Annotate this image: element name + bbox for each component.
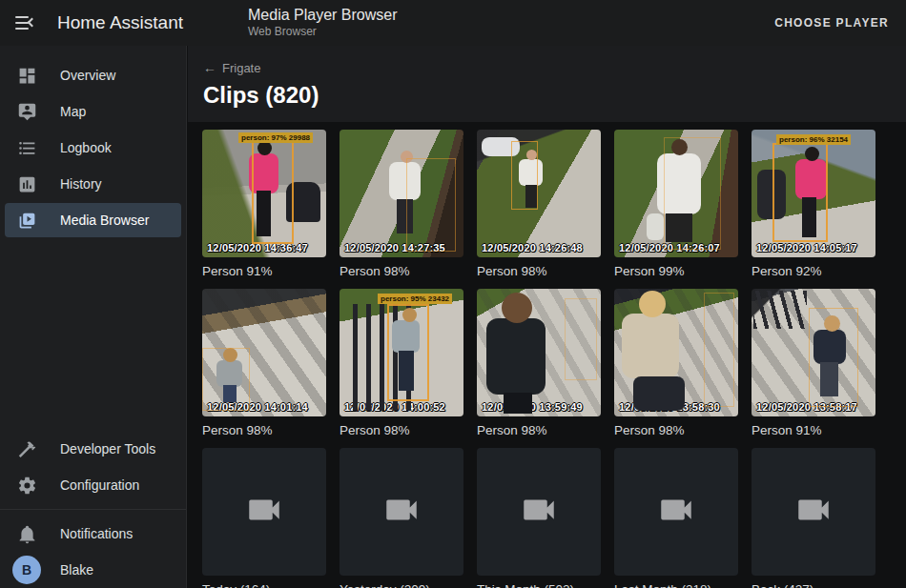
clip-thumbnail: 12/05/2020 14:26:07: [614, 130, 738, 257]
clip-card[interactable]: 12/05/2020 14:01:14 Person 98%: [202, 289, 326, 437]
folder-label: Last Month (318): [614, 582, 738, 588]
sidebar-item-overview[interactable]: Overview: [5, 58, 181, 92]
folder-label: Yesterday (209): [340, 582, 463, 588]
detection-bbox: [772, 143, 828, 242]
clip-caption: Person 98%: [340, 264, 463, 278]
video-camera-icon: [793, 490, 834, 534]
clip-caption: Person 91%: [202, 264, 326, 278]
clip-timestamp: 12/05/2020 14:26:48: [482, 242, 583, 253]
avatar: B: [12, 556, 41, 584]
clip-card[interactable]: 12/05/2020 14:27:35 Person 98%: [340, 130, 463, 278]
content-header: ← Frigate Clips (820): [188, 46, 906, 122]
back-arrow-icon: ←: [203, 60, 216, 75]
clip-thumbnail: 12/05/2020 13:58:30: [614, 289, 738, 416]
clip-thumbnail: 12/05/2020 14:26:48: [477, 130, 601, 257]
folder-card-last-month[interactable]: Last Month (318): [614, 448, 738, 588]
detection-label: person: 95% 23432: [378, 294, 452, 304]
clip-thumbnail: 12/05/2020 13:58:17: [752, 289, 875, 416]
clip-card[interactable]: 12/05/2020 13:59:49 Person 98%: [477, 289, 601, 437]
folder-thumbnail: [340, 448, 463, 576]
page-title-block: Media Player Browser Web Browser: [248, 7, 398, 39]
clip-caption: Person 98%: [477, 264, 601, 278]
detection-bbox: [809, 308, 858, 407]
sidebar-item-history[interactable]: History: [5, 167, 181, 201]
clips-grid: person: 97% 29988 12/05/2020 14:36:47 Pe…: [202, 130, 906, 588]
hammer-icon: [16, 438, 37, 459]
folder-card-today[interactable]: Today (164): [202, 448, 326, 588]
video-camera-icon: [519, 490, 559, 534]
map-icon: [16, 101, 37, 122]
clip-caption: Person 92%: [752, 264, 875, 278]
clip-card[interactable]: 12/05/2020 13:58:30 Person 98%: [614, 289, 738, 437]
clip-caption: Person 99%: [614, 264, 738, 278]
clip-thumbnail: person: 95% 23432 12/05/2020 14:00:52: [340, 289, 463, 416]
logbook-icon: [16, 137, 37, 158]
folder-card-this-month[interactable]: This Month (502): [477, 448, 601, 588]
clip-caption: Person 98%: [202, 423, 326, 437]
detection-bbox: [406, 158, 456, 252]
sidebar-item-developer-tools[interactable]: Developer Tools: [5, 432, 181, 466]
sidebar-header: Home Assistant: [0, 12, 187, 33]
folder-label: Back (427): [752, 582, 875, 588]
folder-label: This Month (502): [477, 582, 601, 588]
clip-caption: Person 98%: [614, 423, 738, 437]
detection-label: person: 97% 29988: [238, 132, 313, 143]
page-title: Media Player Browser: [248, 7, 398, 24]
folder-thumbnail: [614, 448, 738, 576]
bell-icon: [16, 523, 37, 544]
clip-timestamp: 12/05/2020 14:05:17: [756, 242, 857, 253]
page-title: Clips (820): [203, 82, 891, 109]
user-name: Blake: [60, 562, 93, 578]
sidebar-divider: [0, 509, 186, 510]
clip-card[interactable]: person: 96% 32154 12/05/2020 14:05:17 Pe…: [752, 130, 875, 278]
detection-bbox: [704, 293, 734, 407]
clip-caption: Person 98%: [477, 423, 601, 437]
dashboard-icon: [16, 65, 37, 86]
detection-bbox: [202, 348, 250, 411]
detection-bbox: [565, 298, 597, 380]
app-title: Home Assistant: [57, 12, 183, 33]
clip-card[interactable]: 12/05/2020 13:58:17 Person 91%: [752, 289, 875, 437]
sidebar-item-configuration[interactable]: Configuration: [5, 468, 181, 502]
video-camera-icon: [244, 490, 284, 534]
detection-bbox: [252, 137, 294, 244]
detection-bbox: [387, 304, 429, 401]
clip-card[interactable]: person: 97% 29988 12/05/2020 14:36:47 Pe…: [202, 130, 326, 278]
clip-thumbnail: person: 96% 32154 12/05/2020 14:05:17: [752, 130, 875, 257]
sidebar-item-user[interactable]: B Blake: [5, 553, 181, 587]
detection-bbox: [664, 137, 721, 250]
sidebar-item-map[interactable]: Map: [5, 94, 181, 129]
clip-thumbnail: 12/05/2020 14:01:14: [202, 289, 326, 416]
folder-card-back[interactable]: Back (427): [752, 448, 875, 588]
folder-thumbnail: [752, 448, 875, 576]
detection-bbox: [511, 141, 538, 210]
clip-thumbnail: 12/05/2020 14:27:35: [340, 130, 463, 257]
history-icon: [16, 173, 37, 194]
sidebar-item-logbook[interactable]: Logbook: [5, 131, 181, 165]
choose-player-button[interactable]: CHOOSE PLAYER: [765, 7, 906, 39]
clip-thumbnail: 12/05/2020 13:59:49: [477, 289, 601, 416]
sidebar-item-media-browser[interactable]: Media Browser: [5, 203, 181, 237]
media-browser-content: ← Frigate Clips (820) person: 97% 29988 …: [188, 46, 906, 588]
breadcrumb-back[interactable]: ← Frigate: [203, 60, 260, 75]
gear-icon: [16, 475, 37, 496]
folder-label: Today (164): [202, 582, 326, 588]
clip-card[interactable]: person: 95% 23432 12/05/2020 14:00:52 Pe…: [340, 289, 463, 437]
clip-caption: Person 91%: [752, 423, 875, 437]
media-browser-icon: [16, 210, 37, 231]
folder-card-yesterday[interactable]: Yesterday (209): [340, 448, 463, 588]
folder-thumbnail: [477, 448, 601, 576]
top-app-bar: Home Assistant Media Player Browser Web …: [0, 0, 906, 46]
clip-card[interactable]: 12/05/2020 14:26:07 Person 99%: [614, 130, 738, 278]
detection-label: person: 96% 32154: [776, 134, 851, 145]
sidebar: Overview Map Logbook History Media Brows…: [0, 46, 187, 588]
video-camera-icon: [381, 490, 422, 534]
video-camera-icon: [656, 490, 696, 534]
page-subtitle: Web Browser: [248, 26, 398, 39]
clip-card[interactable]: 12/05/2020 14:26:48 Person 98%: [477, 130, 601, 278]
sidebar-item-notifications[interactable]: Notifications: [5, 517, 181, 551]
breadcrumb-label: Frigate: [222, 61, 260, 75]
sidebar-toggle-icon[interactable]: [15, 16, 36, 30]
clip-caption: Person 98%: [340, 423, 463, 437]
clip-thumbnail: person: 97% 29988 12/05/2020 14:36:47: [202, 130, 326, 257]
